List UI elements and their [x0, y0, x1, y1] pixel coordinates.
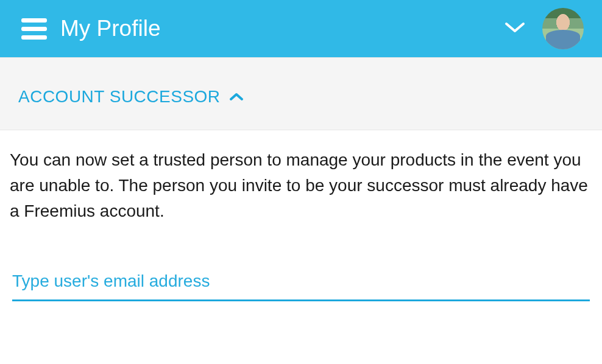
avatar[interactable] — [542, 8, 584, 49]
email-input-wrapper — [10, 268, 592, 301]
header-left: My Profile — [21, 16, 160, 41]
section-header: ACCOUNT SUCCESSOR — [0, 57, 602, 130]
header-right — [505, 8, 584, 49]
chevron-up-icon — [229, 92, 244, 102]
page-title: My Profile — [60, 16, 160, 41]
section-description: You can now set a trusted person to mana… — [10, 147, 592, 224]
email-field[interactable] — [12, 268, 590, 301]
section-toggle[interactable]: ACCOUNT SUCCESSOR — [18, 87, 584, 107]
hamburger-menu-icon[interactable] — [21, 18, 47, 40]
section-title: ACCOUNT SUCCESSOR — [18, 87, 221, 107]
section-content: You can now set a trusted person to mana… — [0, 130, 602, 311]
app-header: My Profile — [0, 0, 602, 57]
chevron-down-icon[interactable] — [505, 21, 525, 36]
